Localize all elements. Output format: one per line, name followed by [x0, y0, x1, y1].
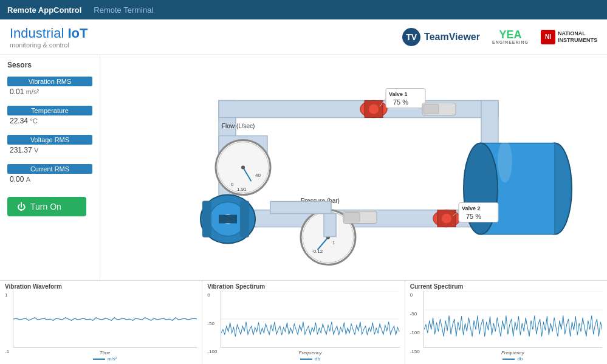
titlebar: Remote AppControl Remote Terminal	[0, 0, 607, 19]
svg-rect-27	[270, 202, 331, 214]
logo-ni: NI NATIONALINSTRUMENTS	[541, 30, 597, 44]
svg-point-18	[241, 166, 245, 170]
svg-rect-28	[324, 214, 336, 237]
teamviewer-icon: TV	[402, 28, 420, 46]
voltage-rms-value: 231.37 V	[7, 145, 92, 157]
svg-text:Flow (L/sec): Flow (L/sec)	[222, 123, 255, 129]
current-spectrum-title: Current Spectirum	[410, 283, 602, 290]
svg-rect-9	[202, 201, 211, 238]
vibration-spectrum-title: Vibration Spectirum	[207, 283, 399, 290]
svg-rect-37	[424, 105, 439, 114]
svg-text:1.91: 1.91	[237, 187, 247, 192]
svg-rect-10	[240, 201, 249, 238]
main-panel: Industrial IoT monitoring & control TV T…	[0, 19, 607, 364]
charts-area: Vibration Waveform 1 -1	[0, 280, 607, 364]
sensors-title: Sesors	[7, 61, 92, 69]
current-spec-y-axis: 0 -50 -100 -150	[410, 291, 421, 362]
ni-label: NATIONALINSTRUMENTS	[558, 30, 597, 44]
current-spectrum-area	[424, 291, 602, 348]
svg-rect-50	[345, 213, 360, 222]
current-spectrum-chart: Current Spectirum 0 -50 -100 -150	[405, 281, 607, 364]
app-name: Remote AppControl	[7, 5, 81, 15]
current-rms-label: Current RMS	[7, 164, 92, 174]
current-spec-legend: db	[424, 356, 602, 362]
vibration-waveform-area	[13, 291, 197, 348]
vibration-rms-label: Vibration RMS	[7, 77, 92, 86]
yea-label: YEA	[499, 29, 521, 40]
vibration-legend: m/s²	[13, 356, 197, 362]
svg-rect-11	[219, 215, 237, 224]
logo-yea: YEA ENGINEERING	[492, 29, 529, 44]
svg-text:75 %: 75 %	[393, 98, 408, 106]
vibration-waveform-chart: Vibration Waveform 1 -1	[0, 281, 202, 364]
vibration-spec-legend: db	[221, 356, 399, 362]
ni-icon: NI	[541, 30, 555, 44]
svg-text:1: 1	[332, 240, 335, 246]
current-spec-x-label: Frequency	[424, 350, 602, 355]
header: Industrial IoT monitoring & control TV T…	[0, 19, 607, 55]
yea-sublabel: ENGINEERING	[492, 40, 529, 44]
svg-rect-2	[219, 101, 498, 118]
svg-point-41	[498, 140, 512, 183]
svg-point-44	[442, 214, 451, 224]
sidebar: Sesors Vibration RMS 0.01 m/s² Temperatu…	[0, 55, 100, 280]
vibration-waveform-title: Vibration Waveform	[5, 283, 197, 290]
teamviewer-label: TeamViewer	[424, 32, 480, 43]
vibration-x-label: Time	[13, 350, 197, 355]
brand-title: Industrial IoT	[10, 26, 402, 41]
vibration-rms-value: 0.01 m/s²	[7, 86, 92, 98]
turn-on-label: Turn On	[30, 202, 61, 211]
svg-text:75 %: 75 %	[466, 213, 481, 220]
voltage-rms-label: Voltage RMS	[7, 135, 92, 145]
current-rms-value: 0.00 A	[7, 174, 92, 186]
current-rms-block: Current RMS 0.00 A	[7, 163, 92, 186]
brand-industrial: Industrial	[10, 26, 67, 41]
vibration-rms-block: Vibration RMS 0.01 m/s²	[7, 75, 92, 98]
voltage-rms-block: Voltage RMS 231.37 V	[7, 134, 92, 157]
brand-subtitle: monitoring & control	[10, 41, 402, 49]
vibration-spectrum-chart: Vibration Spectirum 0 -50 -100	[202, 281, 405, 364]
brand: Industrial IoT monitoring & control	[10, 26, 402, 49]
svg-text:40: 40	[255, 173, 261, 178]
svg-text:0: 0	[231, 182, 234, 187]
terminal-tab[interactable]: Remote Terminal	[94, 5, 153, 15]
logos-area: TV TeamViewer YEA ENGINEERING NI NATIONA…	[402, 28, 597, 46]
vibration-y-axis: 1 -1	[5, 291, 10, 362]
svg-point-31	[369, 105, 379, 114]
logo-teamviewer: TV TeamViewer	[402, 28, 480, 46]
brand-iot: IoT	[67, 26, 87, 41]
pipe-diagram: Flow (L/sec) 0 40 1.91 Pressure (bar) -0…	[100, 55, 607, 280]
svg-text:Valve 1: Valve 1	[389, 91, 408, 97]
svg-text:Valve 2: Valve 2	[462, 205, 481, 211]
turn-on-button[interactable]: ⏻ Turn On	[7, 197, 86, 216]
content-area: Sesors Vibration RMS 0.01 m/s² Temperatu…	[0, 55, 607, 280]
vibration-spec-x-label: Frequency	[221, 350, 399, 355]
vibration-spectrum-area	[221, 291, 399, 348]
temperature-value: 22.34 °C	[7, 115, 92, 128]
power-icon: ⏻	[17, 202, 26, 211]
temperature-label: Temperature	[7, 106, 92, 115]
vibration-spec-y-axis: 0 -50 -100	[207, 291, 218, 362]
temperature-block: Temperature 22.34 °C	[7, 105, 92, 128]
